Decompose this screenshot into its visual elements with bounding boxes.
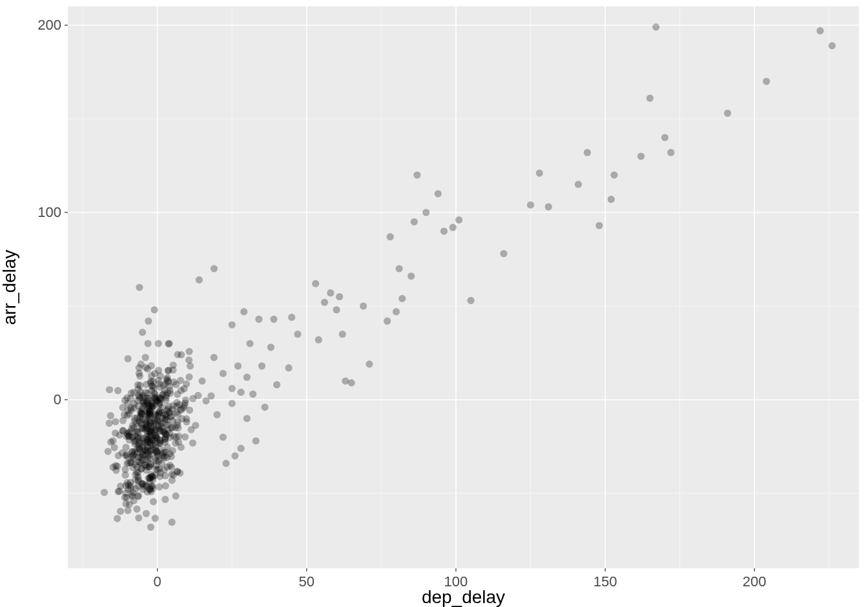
data-point — [413, 171, 420, 178]
data-point — [139, 416, 146, 423]
data-point — [229, 385, 236, 392]
data-point — [339, 331, 346, 338]
data-point — [129, 493, 136, 500]
data-point — [536, 170, 543, 177]
data-point — [112, 418, 119, 425]
data-point — [110, 444, 118, 451]
data-point — [187, 362, 194, 369]
data-point — [181, 433, 189, 440]
data-point — [165, 367, 172, 374]
data-point — [165, 403, 172, 410]
data-point — [267, 344, 274, 351]
data-point — [336, 293, 343, 300]
data-point — [145, 340, 152, 347]
scatter-chart: 0501001502000100200dep_delayarr_delay — [0, 0, 868, 607]
data-point — [646, 95, 654, 102]
data-point — [258, 362, 265, 369]
data-point — [142, 364, 149, 371]
data-point — [143, 510, 150, 517]
data-point — [115, 452, 122, 459]
data-point — [724, 110, 731, 117]
data-point — [172, 493, 180, 500]
data-point — [327, 289, 334, 296]
data-point — [188, 426, 195, 433]
data-point — [135, 514, 142, 521]
data-point — [243, 374, 251, 381]
data-point — [117, 508, 124, 515]
data-point — [315, 336, 322, 344]
data-point — [147, 379, 154, 386]
data-point — [253, 437, 260, 444]
data-point — [249, 391, 256, 398]
data-point — [146, 474, 153, 481]
data-point — [398, 295, 406, 302]
data-point — [229, 321, 236, 328]
data-point — [243, 415, 251, 422]
data-point — [106, 386, 113, 393]
data-point — [168, 464, 175, 471]
data-point — [139, 480, 146, 488]
data-point — [127, 404, 134, 411]
data-point — [125, 355, 132, 362]
data-point — [149, 400, 156, 407]
data-point — [229, 400, 236, 407]
data-point — [136, 283, 143, 291]
data-point — [133, 420, 140, 427]
data-point — [175, 438, 182, 446]
data-point — [142, 354, 149, 361]
data-point — [178, 351, 185, 358]
data-point — [422, 209, 429, 216]
data-point — [360, 302, 367, 309]
data-point — [136, 393, 143, 400]
data-point — [312, 280, 319, 287]
x-tick-label: 150 — [594, 573, 617, 590]
data-point — [198, 377, 205, 384]
data-point — [159, 452, 166, 459]
data-point — [147, 420, 154, 427]
data-point — [107, 412, 114, 419]
data-point — [393, 308, 400, 315]
data-point — [185, 373, 192, 380]
data-point — [211, 354, 218, 361]
data-point — [261, 404, 268, 411]
data-point — [348, 379, 355, 386]
data-point — [176, 469, 183, 477]
data-point — [124, 431, 131, 438]
data-point — [112, 429, 119, 437]
data-point — [163, 413, 170, 420]
data-point — [156, 437, 163, 444]
data-point — [182, 396, 189, 404]
data-point — [652, 23, 659, 30]
data-point — [170, 471, 177, 478]
data-point — [132, 476, 139, 483]
data-point — [140, 448, 147, 455]
data-point — [183, 380, 190, 387]
data-point — [138, 409, 145, 416]
data-point — [500, 250, 507, 257]
plot-panel — [68, 6, 859, 568]
data-point — [255, 316, 262, 323]
data-point — [105, 448, 112, 455]
data-point — [366, 360, 373, 367]
data-point — [122, 489, 129, 497]
data-point — [132, 440, 139, 448]
data-point — [114, 387, 121, 394]
data-point — [124, 453, 131, 460]
data-point — [231, 452, 238, 459]
data-point — [214, 411, 221, 418]
data-point — [169, 519, 176, 526]
data-point — [148, 387, 155, 394]
data-point — [134, 429, 141, 437]
data-point — [595, 222, 603, 229]
data-point — [136, 369, 143, 376]
data-point — [189, 395, 196, 402]
data-point — [450, 224, 457, 231]
y-axis-title: arr_delay — [0, 250, 19, 325]
data-point — [294, 331, 301, 338]
data-point — [321, 299, 328, 306]
data-point — [396, 265, 403, 272]
data-point — [162, 392, 169, 399]
data-point — [189, 439, 196, 446]
data-point — [155, 340, 162, 347]
data-point — [147, 524, 154, 531]
